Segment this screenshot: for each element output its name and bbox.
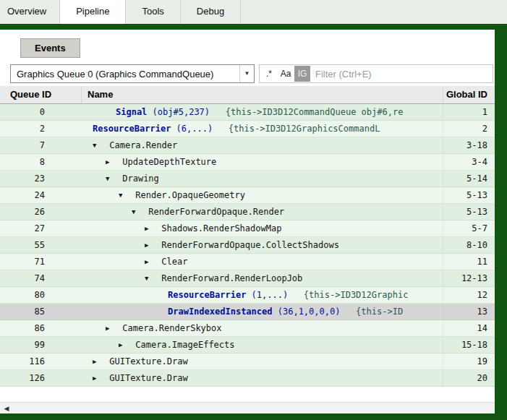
tree-arrow-icon[interactable]: ▼	[106, 171, 117, 187]
tab-tools[interactable]: Tools	[126, 0, 180, 24]
event-row[interactable]: 71 ▶ Clear 11	[0, 254, 495, 270]
event-name: Drawing	[122, 173, 159, 184]
match-case-toggle-button[interactable]: Aa	[278, 66, 294, 82]
queue-id-cell: 86	[0, 320, 81, 336]
queue-id-cell: 27	[0, 220, 81, 236]
queue-select[interactable]: Graphics Queue 0 (Graphics CommandQueue)…	[10, 64, 255, 83]
name-cell: ▼ Camera.Render	[81, 137, 443, 153]
tab-label: Debug	[197, 6, 224, 17]
tree-arrow-icon[interactable]: ▼	[119, 187, 130, 203]
event-name: Shadows.RenderShadowMap	[161, 223, 281, 233]
tab-label: Overview	[7, 6, 46, 17]
accent-border-bottom	[0, 413, 507, 420]
name-cell: ▶ Camera.RenderSkybox	[81, 320, 443, 336]
name-cell: ▼ RenderForward.RenderLoopJob	[81, 270, 443, 286]
api-name: ResourceBarrier	[168, 290, 246, 300]
column-header-queue-id[interactable]: Queue ID	[0, 86, 81, 103]
queue-id-cell: 23	[0, 171, 81, 187]
scroll-left-icon[interactable]: ◀	[0, 405, 13, 412]
queue-id-cell: 80	[0, 287, 81, 303]
event-row[interactable]: 86 ▶ Camera.RenderSkybox 14	[0, 320, 495, 337]
event-row[interactable]: 80 ResourceBarrier (1,...) {this->ID3D12…	[0, 287, 495, 304]
global-id-cell: 2	[443, 121, 495, 137]
name-cell: ResourceBarrier (1,...) {this->ID3D12Gra…	[81, 287, 443, 303]
event-row[interactable]: 26 ▼ RenderForwardOpaque.Render 5-13	[0, 204, 495, 220]
tree-arrow-icon[interactable]: ▶	[145, 220, 156, 236]
event-rows: 0 Signal (obj#5,237) {this->ID3D12Comman…	[0, 104, 495, 387]
tree-arrow-icon[interactable]: ▶	[93, 353, 104, 369]
name-cell: DrawIndexedInstanced (36,1,0,0,0) {this-…	[81, 304, 443, 320]
table-header: Queue ID Name Global ID	[0, 86, 495, 104]
queue-id-cell: 116	[0, 353, 81, 369]
events-tab-strip: Events	[0, 30, 495, 61]
event-name: RenderForward.RenderLoopJob	[161, 273, 302, 283]
column-header-name[interactable]: Name	[81, 86, 443, 103]
horizontal-scrollbar[interactable]: ◀	[0, 402, 495, 413]
api-args: (obj#5,237)	[153, 107, 210, 117]
event-row[interactable]: 24 ▼ Render.OpaqueGeometry 5-13	[0, 187, 495, 204]
event-row[interactable]: 85 DrawIndexedInstanced (36,1,0,0,0) {th…	[0, 304, 495, 320]
renderdoc-window: Overview Pipeline Tools Debug Events Gra…	[0, 0, 507, 420]
tree-arrow-icon[interactable]: ▶	[106, 320, 117, 336]
global-id-cell: 3-4	[443, 154, 495, 170]
event-name: Clear	[161, 257, 187, 267]
column-header-global-id[interactable]: Global ID	[443, 86, 495, 103]
queue-id-cell: 26	[0, 204, 81, 220]
tree-arrow-icon[interactable]: ▶	[93, 370, 104, 386]
tab-debug[interactable]: Debug	[181, 0, 241, 24]
event-row[interactable]: 116 ▶ GUITexture.Draw 19	[0, 353, 495, 370]
name-cell: ▶ RenderForwardOpaque.CollectShadows	[81, 237, 443, 253]
global-id-cell: 11	[443, 254, 495, 270]
filter-bar: .* Aa IG	[259, 64, 493, 83]
event-row[interactable]: 2 ResourceBarrier (6,...) {this->ID3D12G…	[0, 121, 495, 137]
queue-id-cell: 71	[0, 254, 81, 270]
event-name: GUITexture.Draw	[109, 356, 187, 367]
global-id-cell: 12	[443, 287, 495, 303]
event-name: Camera.Render	[109, 140, 177, 150]
event-row[interactable]: 0 Signal (obj#5,237) {this->ID3D12Comman…	[0, 104, 495, 121]
event-row[interactable]: 74 ▼ RenderForward.RenderLoopJob 12-13	[0, 270, 495, 287]
tree-arrow-icon[interactable]: ▶	[145, 237, 156, 253]
event-name: Render.OpaqueGeometry	[135, 190, 245, 200]
global-id-cell: 3-18	[443, 137, 495, 153]
api-detail: {this->ID3D12Graphic	[293, 290, 408, 300]
event-name: Camera.ImageEffects	[135, 340, 234, 350]
filter-input[interactable]	[311, 66, 491, 82]
event-row[interactable]: 99 ▶ Camera.ImageEffects 15-18	[0, 337, 495, 353]
tree-arrow-icon[interactable]: ▼	[145, 270, 156, 286]
tab-events[interactable]: Events	[20, 38, 80, 58]
tab-label: Tools	[142, 6, 163, 17]
tree-arrow-icon[interactable]: ▶	[145, 254, 156, 270]
tree-arrow-icon[interactable]: ▶	[106, 154, 117, 170]
api-name: DrawIndexedInstanced	[168, 307, 273, 317]
tree-arrow-icon[interactable]: ▶	[119, 337, 130, 353]
tab-bar: Overview Pipeline Tools Debug	[0, 0, 507, 24]
event-row[interactable]: 7 ▼ Camera.Render 3-18	[0, 137, 495, 154]
tree-arrow-icon[interactable]: ▼	[132, 204, 143, 220]
api-name: Signal	[116, 107, 147, 117]
queue-id-cell: 99	[0, 337, 81, 353]
name-cell: ▼ RenderForwardOpaque.Render	[81, 204, 443, 220]
accent-border-top	[0, 24, 507, 30]
global-id-cell: 20	[443, 370, 495, 386]
tab-label: Pipeline	[76, 6, 109, 17]
event-row[interactable]: 126 ▶ GUITexture.Draw 20	[0, 370, 495, 387]
event-row[interactable]: 23 ▼ Drawing 5-14	[0, 171, 495, 187]
event-row[interactable]: 8 ▶ UpdateDepthTexture 3-4	[0, 154, 495, 171]
glob-toggle-button[interactable]: IG	[294, 66, 310, 82]
tree-arrow-icon[interactable]: ▼	[93, 137, 104, 153]
event-name: GUITexture.Draw	[109, 373, 187, 383]
tab-pipeline[interactable]: Pipeline	[60, 0, 126, 24]
chevron-down-icon: ▼	[239, 65, 254, 82]
global-id-cell: 5-13	[443, 204, 495, 220]
event-row[interactable]: 55 ▶ RenderForwardOpaque.CollectShadows …	[0, 237, 495, 254]
regex-toggle-button[interactable]: .*	[261, 66, 277, 82]
queue-id-cell: 8	[0, 154, 81, 170]
event-name: RenderForwardOpaque.CollectShadows	[161, 240, 339, 250]
name-cell: ▼ Drawing	[81, 171, 443, 187]
event-row[interactable]: 27 ▶ Shadows.RenderShadowMap 5-7	[0, 220, 495, 237]
tab-overview[interactable]: Overview	[0, 0, 60, 24]
event-name: UpdateDepthTexture	[122, 157, 216, 167]
name-cell: ▶ GUITexture.Draw	[81, 353, 443, 369]
global-id-cell: 1	[443, 104, 495, 120]
